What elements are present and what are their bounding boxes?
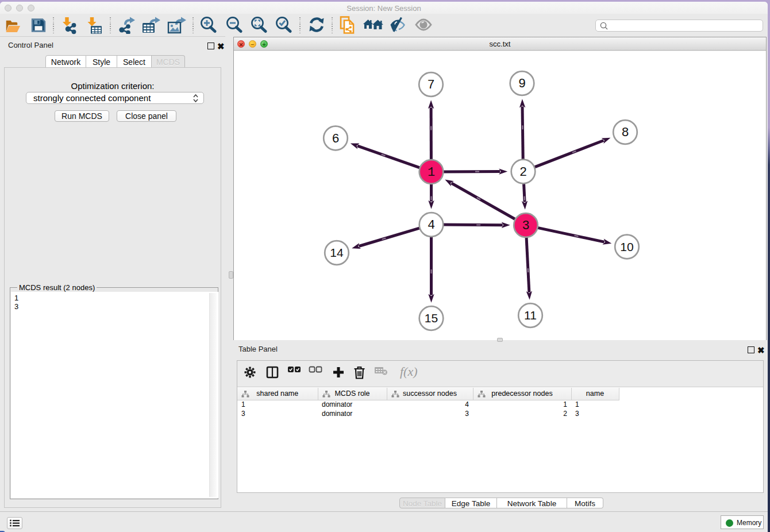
svg-text:11: 11	[524, 309, 537, 322]
svg-text:8: 8	[621, 126, 629, 140]
svg-text:10: 10	[620, 240, 633, 253]
svg-text:3: 3	[522, 219, 529, 233]
svg-text:6: 6	[332, 132, 339, 147]
svg-text:1: 1	[428, 165, 435, 180]
svg-text:2: 2	[519, 165, 527, 180]
svg-text:9: 9	[518, 77, 526, 91]
svg-text:7: 7	[427, 78, 434, 92]
svg-text:4: 4	[428, 218, 435, 233]
svg-text:15: 15	[425, 311, 438, 325]
svg-text:14: 14	[330, 246, 344, 259]
